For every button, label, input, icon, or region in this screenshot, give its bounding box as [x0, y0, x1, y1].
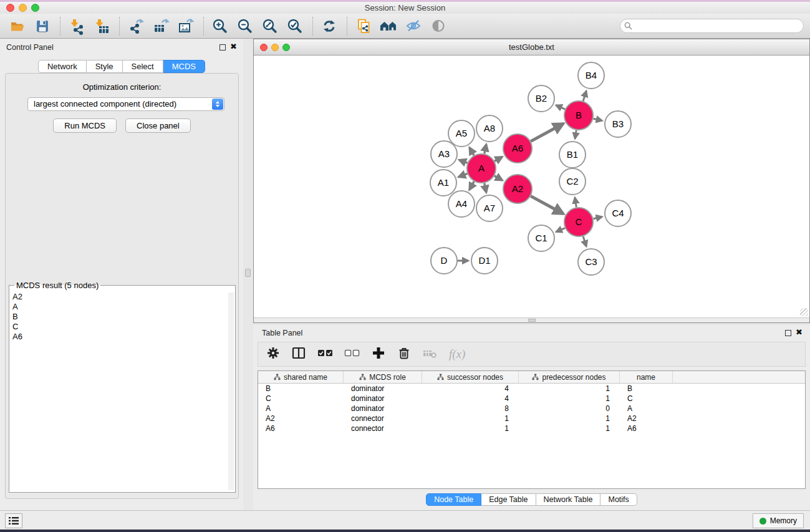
divider-handle[interactable] — [245, 269, 251, 277]
mcds-result-item[interactable]: A6 — [12, 332, 232, 342]
zoom-window-button[interactable] — [31, 4, 39, 12]
table-close-panel-icon[interactable]: ✖ — [796, 328, 803, 337]
close-panel-button[interactable]: Close panel — [125, 118, 191, 133]
refresh-layout-button[interactable] — [319, 16, 339, 36]
network-graph[interactable]: AA1A2A3A4A5A6A7A8BB1B2B3B4CC1C2C3C4DD1 — [254, 56, 809, 317]
tab-network[interactable]: Network — [38, 60, 87, 73]
graph-node-D1[interactable]: D1 — [471, 248, 498, 274]
mcds-result-item[interactable]: A — [12, 302, 232, 312]
column-header-predecessor-nodes[interactable]: predecessor nodes — [519, 371, 620, 383]
graph-edge-C-C4[interactable] — [593, 217, 602, 219]
graph-edge-A-A2[interactable] — [494, 176, 503, 180]
network-zoom-button[interactable] — [282, 44, 290, 51]
create-column-button[interactable] — [371, 346, 386, 363]
mcds-result-scrollbar[interactable] — [228, 293, 234, 490]
tab-mcds[interactable]: MCDS — [163, 60, 205, 73]
memory-button[interactable]: Memory — [753, 513, 804, 528]
graph-node-C4[interactable]: C4 — [605, 200, 631, 226]
table-settings-button[interactable] — [266, 346, 281, 363]
table-row[interactable]: A6connector11A6 — [258, 423, 805, 433]
graph-node-A3[interactable]: A3 — [431, 141, 457, 167]
column-header-successor-nodes[interactable]: successor nodes — [422, 371, 519, 383]
graph-edge-A6-B[interactable] — [531, 123, 563, 141]
panel-divider[interactable] — [243, 39, 253, 510]
hide-panel-button[interactable] — [403, 16, 423, 36]
save-session-button[interactable] — [32, 16, 52, 36]
graph-node-A7[interactable]: A7 — [476, 195, 503, 221]
graph-node-A4[interactable]: A4 — [448, 191, 475, 217]
graph-node-B3[interactable]: B3 — [605, 111, 631, 137]
minimize-window-button[interactable] — [19, 4, 27, 12]
graph-node-A5[interactable]: A5 — [448, 120, 475, 147]
table-row[interactable]: Cdominator41C — [258, 394, 805, 404]
resize-grip-icon[interactable] — [800, 308, 808, 316]
tab-style[interactable]: Style — [87, 60, 123, 73]
graph-edge-B-B4[interactable] — [583, 91, 586, 101]
graph-edge-A-A3[interactable] — [459, 160, 467, 163]
zoom-in-button[interactable] — [210, 16, 230, 36]
tab-select[interactable]: Select — [123, 60, 163, 73]
graph-node-A6[interactable]: A6 — [503, 134, 532, 163]
graph-node-C3[interactable]: C3 — [578, 249, 604, 275]
graph-edge-C-C1[interactable] — [556, 228, 565, 232]
open-session-button[interactable] — [7, 16, 27, 36]
zoom-fit-button[interactable] — [260, 16, 280, 36]
close-panel-icon[interactable]: ✖ — [230, 42, 237, 51]
select-all-columns-button[interactable] — [317, 346, 334, 363]
graph-edge-A2-C[interactable] — [531, 196, 563, 213]
graph-node-C1[interactable]: C1 — [528, 225, 554, 251]
graph-node-B[interactable]: B — [564, 101, 593, 130]
graph-edge-A-A1[interactable] — [458, 173, 467, 177]
network-window-titlebar[interactable]: testGlobe.txt — [254, 39, 809, 56]
network-minimize-button[interactable] — [271, 44, 279, 51]
graph-node-A[interactable]: A — [467, 154, 496, 183]
graph-edge-A-A8[interactable] — [485, 144, 486, 153]
table-float-panel-icon[interactable] — [785, 330, 791, 336]
tab-edge-table[interactable]: Edge Table — [481, 493, 536, 506]
export-table-button[interactable] — [151, 16, 171, 36]
mcds-result-item[interactable]: B — [12, 312, 232, 322]
column-header-mcds-role[interactable]: MCDS role — [344, 371, 422, 383]
import-table-button[interactable] — [92, 16, 112, 36]
import-network-button[interactable] — [67, 16, 87, 36]
table-row[interactable]: Bdominator41B — [258, 384, 805, 394]
graph-edge-A-A6[interactable] — [494, 157, 502, 162]
close-window-button[interactable] — [6, 4, 14, 12]
show-all-networks-button[interactable] — [378, 16, 398, 36]
mcds-result-item[interactable]: C — [12, 322, 232, 332]
tab-network-table[interactable]: Network Table — [536, 493, 601, 506]
network-canvas[interactable]: AA1A2A3A4A5A6A7A8BB1B2B3B4CC1C2C3C4DD1 — [254, 56, 809, 317]
graph-edge-A-A5[interactable] — [470, 148, 474, 156]
delete-column-button[interactable] — [397, 346, 412, 363]
task-history-button[interactable] — [5, 513, 22, 528]
clone-network-button[interactable] — [354, 16, 374, 36]
export-network-button[interactable] — [126, 16, 146, 36]
graph-node-B1[interactable]: B1 — [559, 142, 586, 168]
graph-node-A2[interactable]: A2 — [503, 175, 532, 203]
zoom-selected-button[interactable] — [285, 16, 305, 36]
graph-edge-B-B3[interactable] — [593, 118, 602, 120]
float-panel-icon[interactable] — [219, 44, 226, 51]
export-image-button[interactable] — [176, 16, 196, 36]
table-row[interactable]: Adominator80A — [258, 404, 805, 414]
network-bottom-handle[interactable] — [528, 319, 536, 322]
graph-node-C[interactable]: C — [564, 208, 593, 236]
graph-edge-B-B1[interactable] — [575, 130, 576, 139]
run-mcds-button[interactable]: Run MCDS — [53, 118, 117, 133]
graph-edge-A-A7[interactable] — [485, 183, 486, 193]
graph-edge-C-C3[interactable] — [583, 236, 586, 246]
graph-node-B2[interactable]: B2 — [528, 85, 554, 112]
table-row[interactable]: A2connector11A2 — [258, 414, 805, 423]
network-close-button[interactable] — [260, 44, 268, 51]
graph-node-A8[interactable]: A8 — [476, 115, 503, 142]
graph-edge-A-A4[interactable] — [470, 181, 475, 190]
tab-node-table[interactable]: Node Table — [426, 493, 481, 506]
graph-node-D[interactable]: D — [431, 248, 457, 274]
graph-node-A1[interactable]: A1 — [430, 170, 456, 196]
tab-motifs[interactable]: Motifs — [600, 493, 637, 506]
graph-edge-C-C2[interactable] — [575, 198, 576, 208]
search-input[interactable] — [620, 19, 804, 33]
unselect-all-columns-button[interactable] — [344, 346, 360, 363]
mcds-result-item[interactable]: A2 — [12, 292, 232, 302]
column-header-shared-name[interactable]: shared name — [258, 371, 344, 383]
